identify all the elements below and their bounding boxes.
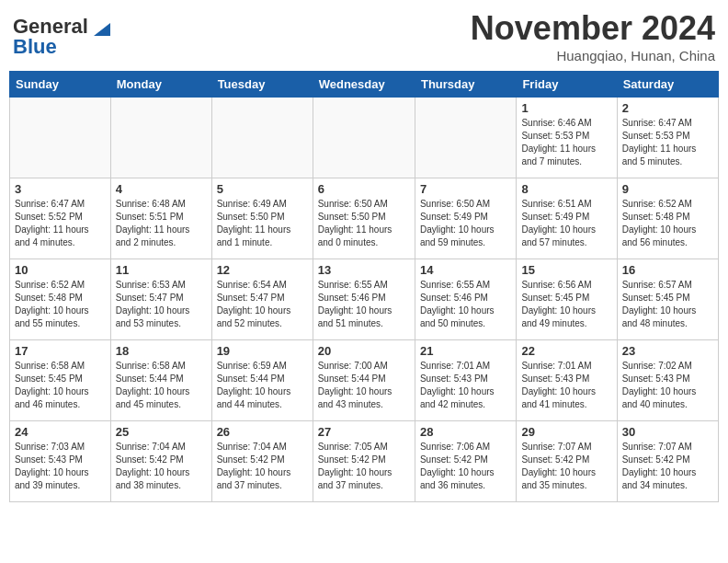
day-info: Sunrise: 6:51 AM Sunset: 5:49 PM Dayligh… xyxy=(521,198,611,249)
day-info: Sunrise: 7:07 AM Sunset: 5:42 PM Dayligh… xyxy=(622,441,713,492)
calendar-day-cell: 18Sunrise: 6:58 AM Sunset: 5:44 PM Dayli… xyxy=(110,340,211,421)
calendar-day-cell: 27Sunrise: 7:05 AM Sunset: 5:42 PM Dayli… xyxy=(313,421,415,502)
day-number: 6 xyxy=(318,182,410,196)
calendar-day-cell: 2Sunrise: 6:47 AM Sunset: 5:53 PM Daylig… xyxy=(617,98,718,178)
day-number: 12 xyxy=(217,263,308,277)
day-number: 19 xyxy=(217,344,308,358)
weekday-header: Sunday xyxy=(10,72,111,98)
calendar-day-cell: 16Sunrise: 6:57 AM Sunset: 5:45 PM Dayli… xyxy=(617,259,718,340)
title-block: November 2024 Huangqiao, Hunan, China xyxy=(471,9,715,63)
day-info: Sunrise: 6:59 AM Sunset: 5:44 PM Dayligh… xyxy=(217,360,308,411)
day-info: Sunrise: 6:55 AM Sunset: 5:46 PM Dayligh… xyxy=(318,279,410,330)
day-info: Sunrise: 6:49 AM Sunset: 5:50 PM Dayligh… xyxy=(217,198,308,249)
calendar-day-cell xyxy=(110,98,211,178)
calendar-day-cell: 13Sunrise: 6:55 AM Sunset: 5:46 PM Dayli… xyxy=(313,259,415,340)
calendar-day-cell: 26Sunrise: 7:04 AM Sunset: 5:42 PM Dayli… xyxy=(211,421,313,502)
day-number: 13 xyxy=(318,263,410,277)
day-number: 28 xyxy=(420,425,511,439)
calendar-day-cell: 7Sunrise: 6:50 AM Sunset: 5:49 PM Daylig… xyxy=(415,178,516,259)
calendar-day-cell: 8Sunrise: 6:51 AM Sunset: 5:49 PM Daylig… xyxy=(517,178,617,259)
day-number: 27 xyxy=(318,425,410,439)
day-info: Sunrise: 6:58 AM Sunset: 5:44 PM Dayligh… xyxy=(116,360,207,411)
day-info: Sunrise: 7:04 AM Sunset: 5:42 PM Dayligh… xyxy=(217,441,308,492)
day-info: Sunrise: 7:01 AM Sunset: 5:43 PM Dayligh… xyxy=(420,360,511,411)
month-title: November 2024 xyxy=(471,9,715,48)
day-info: Sunrise: 6:50 AM Sunset: 5:49 PM Dayligh… xyxy=(420,198,511,249)
day-info: Sunrise: 7:02 AM Sunset: 5:43 PM Dayligh… xyxy=(622,360,713,411)
day-info: Sunrise: 7:06 AM Sunset: 5:42 PM Dayligh… xyxy=(420,441,511,492)
calendar-day-cell: 17Sunrise: 6:58 AM Sunset: 5:45 PM Dayli… xyxy=(10,340,111,421)
day-info: Sunrise: 7:04 AM Sunset: 5:42 PM Dayligh… xyxy=(116,441,207,492)
day-info: Sunrise: 7:01 AM Sunset: 5:43 PM Dayligh… xyxy=(521,360,611,411)
calendar-week-row: 1Sunrise: 6:46 AM Sunset: 5:53 PM Daylig… xyxy=(10,98,719,178)
day-info: Sunrise: 7:05 AM Sunset: 5:42 PM Dayligh… xyxy=(318,441,410,492)
day-info: Sunrise: 6:55 AM Sunset: 5:46 PM Dayligh… xyxy=(420,279,511,330)
day-info: Sunrise: 6:57 AM Sunset: 5:45 PM Dayligh… xyxy=(622,279,713,330)
weekday-header: Monday xyxy=(110,72,211,98)
calendar-day-cell xyxy=(211,98,313,178)
calendar-day-cell xyxy=(415,98,516,178)
day-number: 25 xyxy=(116,425,207,439)
location: Huangqiao, Hunan, China xyxy=(471,48,715,63)
day-info: Sunrise: 6:50 AM Sunset: 5:50 PM Dayligh… xyxy=(318,198,410,249)
logo: General Blue xyxy=(13,15,110,59)
day-info: Sunrise: 6:56 AM Sunset: 5:45 PM Dayligh… xyxy=(521,279,611,330)
day-info: Sunrise: 7:07 AM Sunset: 5:42 PM Dayligh… xyxy=(521,441,611,492)
calendar-day-cell: 20Sunrise: 7:00 AM Sunset: 5:44 PM Dayli… xyxy=(313,340,415,421)
calendar-table: SundayMondayTuesdayWednesdayThursdayFrid… xyxy=(9,71,719,502)
day-number: 23 xyxy=(622,344,713,358)
calendar-day-cell: 30Sunrise: 7:07 AM Sunset: 5:42 PM Dayli… xyxy=(617,421,718,502)
weekday-header: Tuesday xyxy=(211,72,313,98)
calendar-day-cell: 1Sunrise: 6:46 AM Sunset: 5:53 PM Daylig… xyxy=(517,98,617,178)
day-number: 1 xyxy=(521,101,611,115)
calendar-day-cell: 22Sunrise: 7:01 AM Sunset: 5:43 PM Dayli… xyxy=(517,340,617,421)
calendar-day-cell: 12Sunrise: 6:54 AM Sunset: 5:47 PM Dayli… xyxy=(211,259,313,340)
day-number: 26 xyxy=(217,425,308,439)
day-number: 5 xyxy=(217,182,308,196)
day-number: 24 xyxy=(15,425,106,439)
calendar-day-cell: 24Sunrise: 7:03 AM Sunset: 5:43 PM Dayli… xyxy=(10,421,111,502)
day-number: 14 xyxy=(420,263,511,277)
day-number: 11 xyxy=(116,263,207,277)
day-info: Sunrise: 6:48 AM Sunset: 5:51 PM Dayligh… xyxy=(116,198,207,249)
day-info: Sunrise: 6:46 AM Sunset: 5:53 PM Dayligh… xyxy=(521,117,611,168)
calendar-day-cell: 6Sunrise: 6:50 AM Sunset: 5:50 PM Daylig… xyxy=(313,178,415,259)
calendar-day-cell: 19Sunrise: 6:59 AM Sunset: 5:44 PM Dayli… xyxy=(211,340,313,421)
day-info: Sunrise: 6:53 AM Sunset: 5:47 PM Dayligh… xyxy=(116,279,207,330)
day-number: 3 xyxy=(15,182,106,196)
day-number: 4 xyxy=(116,182,207,196)
calendar-day-cell: 5Sunrise: 6:49 AM Sunset: 5:50 PM Daylig… xyxy=(211,178,313,259)
calendar-day-cell: 21Sunrise: 7:01 AM Sunset: 5:43 PM Dayli… xyxy=(415,340,516,421)
calendar-day-cell: 28Sunrise: 7:06 AM Sunset: 5:42 PM Dayli… xyxy=(415,421,516,502)
day-number: 16 xyxy=(622,263,713,277)
calendar-day-cell: 15Sunrise: 6:56 AM Sunset: 5:45 PM Dayli… xyxy=(517,259,617,340)
calendar-day-cell: 23Sunrise: 7:02 AM Sunset: 5:43 PM Dayli… xyxy=(617,340,718,421)
calendar-day-cell: 25Sunrise: 7:04 AM Sunset: 5:42 PM Dayli… xyxy=(110,421,211,502)
day-number: 15 xyxy=(521,263,611,277)
day-number: 20 xyxy=(318,344,410,358)
calendar-week-row: 17Sunrise: 6:58 AM Sunset: 5:45 PM Dayli… xyxy=(10,340,719,421)
svg-marker-0 xyxy=(94,23,110,36)
calendar-day-cell: 3Sunrise: 6:47 AM Sunset: 5:52 PM Daylig… xyxy=(10,178,111,259)
day-info: Sunrise: 6:58 AM Sunset: 5:45 PM Dayligh… xyxy=(15,360,106,411)
calendar-day-cell xyxy=(10,98,111,178)
page-header: General Blue November 2024 Huangqiao, Hu… xyxy=(9,9,719,63)
calendar-day-cell xyxy=(313,98,415,178)
calendar-week-row: 24Sunrise: 7:03 AM Sunset: 5:43 PM Dayli… xyxy=(10,421,719,502)
weekday-header: Thursday xyxy=(415,72,516,98)
day-info: Sunrise: 6:54 AM Sunset: 5:47 PM Dayligh… xyxy=(217,279,308,330)
day-number: 10 xyxy=(15,263,106,277)
calendar-day-cell: 10Sunrise: 6:52 AM Sunset: 5:48 PM Dayli… xyxy=(10,259,111,340)
calendar-day-cell: 11Sunrise: 6:53 AM Sunset: 5:47 PM Dayli… xyxy=(110,259,211,340)
day-info: Sunrise: 7:03 AM Sunset: 5:43 PM Dayligh… xyxy=(15,441,106,492)
calendar-day-cell: 4Sunrise: 6:48 AM Sunset: 5:51 PM Daylig… xyxy=(110,178,211,259)
day-info: Sunrise: 7:00 AM Sunset: 5:44 PM Dayligh… xyxy=(318,360,410,411)
weekday-header: Wednesday xyxy=(313,72,415,98)
logo-icon xyxy=(94,23,110,36)
day-number: 21 xyxy=(420,344,511,358)
calendar-day-cell: 9Sunrise: 6:52 AM Sunset: 5:48 PM Daylig… xyxy=(617,178,718,259)
weekday-header: Friday xyxy=(517,72,617,98)
calendar-week-row: 3Sunrise: 6:47 AM Sunset: 5:52 PM Daylig… xyxy=(10,178,719,259)
logo-general: General xyxy=(13,15,88,38)
calendar-day-cell: 29Sunrise: 7:07 AM Sunset: 5:42 PM Dayli… xyxy=(517,421,617,502)
